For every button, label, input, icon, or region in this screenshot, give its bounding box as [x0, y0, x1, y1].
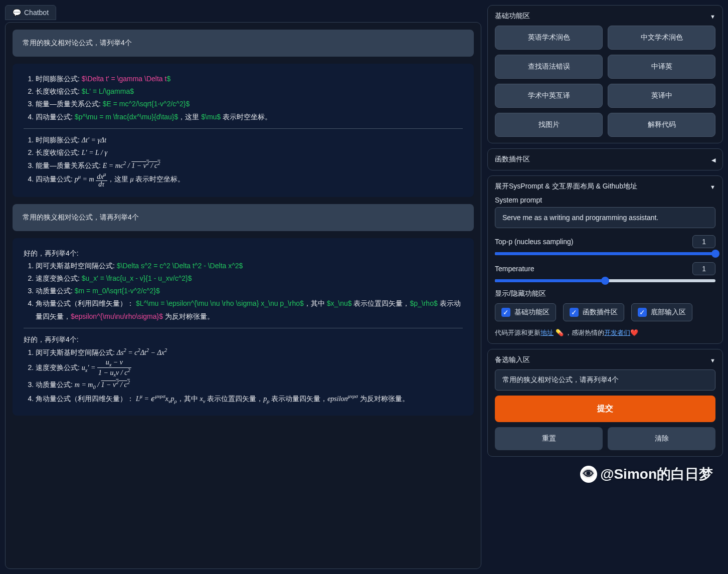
topp-value[interactable]: 1 — [692, 235, 715, 248]
list-item: 四动量公式: pμ = m dxμdτ，这里 μ 表示时空坐标。 — [36, 172, 463, 188]
alt-input-field[interactable] — [495, 369, 715, 391]
check-icon: ✓ — [501, 308, 510, 317]
list-item: 速度变换公式: $u_x' = \frac{u_x - v}{1 - u_xv/… — [36, 272, 463, 285]
user-text: 常用的狭义相对论公式，请列举4个 — [23, 39, 132, 47]
bot2-rendered-list: 闵可夫斯基时空间隔公式: Δs2 = c2Δt2 − Δx2速度变换公式: ux… — [36, 346, 463, 407]
basic-btn-3[interactable]: 中译英 — [608, 55, 715, 79]
bot1-raw-list: 时间膨胀公式: $\Delta t' = \gamma \Delta t$长度收… — [36, 73, 463, 123]
temp-label: Temperature — [495, 265, 534, 273]
user-message-2: 常用的狭义相对论公式，请再列举4个 — [13, 204, 474, 231]
chevron-down-icon — [710, 356, 715, 364]
basic-btn-6[interactable]: 找图片 — [495, 113, 603, 137]
tab-bar: 💬 Chatbot — [5, 5, 481, 20]
devs-link[interactable]: 开发者们 — [604, 329, 630, 336]
temp-value[interactable]: 1 — [692, 262, 715, 275]
basic-btn-4[interactable]: 学术中英互译 — [495, 84, 603, 108]
bot1-rendered-list: 时间膨胀公式: Δt′ = γΔt长度收缩公式: L′ = L / γ能量—质量… — [36, 134, 463, 188]
bot-message-2: 好的，再列举4个: 闵可夫斯基时空间隔公式: $\Delta s^2 = c^2… — [13, 238, 474, 416]
basic-header[interactable]: 基础功能区 — [495, 12, 715, 21]
list-item: 能量—质量关系公式: E = mc2 / 1 − v2 / c2 — [36, 159, 463, 172]
chat-panel: 常用的狭义相对论公式，请列举4个 时间膨胀公式: $\Delta t' = \g… — [5, 22, 481, 569]
hide-label: 显示/隐藏功能区 — [495, 289, 715, 298]
source-link[interactable]: 地址 — [540, 329, 554, 336]
system-prompt-input[interactable] — [495, 207, 715, 228]
chevron-left-icon — [711, 155, 715, 163]
tab-chatbot[interactable]: 💬 Chatbot — [5, 5, 56, 20]
topp-slider: Top-p (nucleus sampling) 1 — [495, 235, 715, 255]
check-icon: ✓ — [570, 308, 579, 317]
alt-header[interactable]: 备选输入区 — [495, 355, 715, 364]
basic-button-grid: 英语学术润色中文学术润色查找语法错误中译英学术中英互译英译中找图片解释代码 — [495, 26, 715, 137]
topp-label: Top-p (nucleus sampling) — [495, 238, 573, 246]
list-item: 角动量公式（利用四维矢量）： $L^\mu = \epsilon^{\mu \n… — [36, 297, 463, 322]
alt-input-panel: 备选输入区 提交 重置 清除 — [487, 349, 723, 457]
topp-track[interactable] — [495, 252, 715, 255]
basic-btn-0[interactable]: 英语学术润色 — [495, 26, 603, 50]
tab-label: Chatbot — [24, 9, 49, 17]
checkbox-1[interactable]: ✓函数插件区 — [563, 303, 624, 321]
temp-track[interactable] — [495, 279, 715, 282]
bot2-raw-list: 闵可夫斯基时空间隔公式: $\Delta s^2 = c^2 \Delta t^… — [36, 260, 463, 323]
expand-panel: 展开SysPrompt & 交互界面布局 & Github地址 System p… — [487, 175, 723, 344]
bot2-intro: 好的，再列举4个: — [24, 247, 463, 260]
bot-message-1: 时间膨胀公式: $\Delta t' = \gamma \Delta t$长度收… — [13, 64, 474, 197]
temp-slider: Temperature 1 — [495, 262, 715, 282]
list-item: 闵可夫斯基时空间隔公式: $\Delta s^2 = c^2 \Delta t^… — [36, 260, 463, 272]
chevron-down-icon — [710, 182, 715, 190]
submit-button[interactable]: 提交 — [495, 396, 715, 422]
checkbox-0[interactable]: ✓基础功能区 — [495, 303, 556, 321]
check-icon: ✓ — [638, 308, 647, 317]
reset-button[interactable]: 重置 — [495, 427, 603, 450]
clear-button[interactable]: 清除 — [608, 427, 715, 450]
basic-btn-2[interactable]: 查找语法错误 — [495, 55, 603, 79]
list-item: 角动量公式（利用四维矢量）： Lμ = ϵμνρσxνpρ，其中 xν 表示位置… — [36, 392, 463, 406]
chat-icon: 💬 — [13, 9, 21, 17]
list-item: 动质量公式: m = m0 / 1 − v2 / c2 — [36, 378, 463, 392]
checkbox-2[interactable]: ✓底部输入区 — [631, 303, 692, 321]
divider — [24, 328, 463, 328]
user-text: 常用的狭义相对论公式，请再列举4个 — [23, 213, 139, 221]
footer-text: 代码开源和更新地址 💊 ，感谢热情的开发者们❤️ — [495, 328, 715, 337]
list-item: 时间膨胀公式: Δt′ = γΔt — [36, 134, 463, 146]
list-item: 长度收缩公式: L′ = L / γ — [36, 146, 463, 159]
basic-btn-7[interactable]: 解释代码 — [608, 113, 715, 137]
sys-prompt-label: System prompt — [495, 196, 715, 204]
list-item: 能量—质量关系公式: $E = mc^2/\sqrt{1-v^2/c^2}$ — [36, 98, 463, 110]
user-message-1: 常用的狭义相对论公式，请列举4个 — [13, 30, 474, 57]
watermark: 👁 @Simon的白日梦 — [580, 465, 713, 484]
chevron-down-icon — [710, 12, 715, 20]
basic-title: 基础功能区 — [495, 12, 530, 21]
divider — [24, 128, 463, 129]
bot2-intro2: 好的，再列举4个: — [24, 333, 463, 346]
list-item: 速度变换公式: ux′ = ux − v1 − uxv / c2 — [36, 359, 463, 378]
basic-panel: 基础功能区 英语学术润色中文学术润色查找语法错误中译英学术中英互译英译中找图片解… — [487, 5, 723, 143]
basic-btn-1[interactable]: 中文学术润色 — [608, 26, 715, 50]
list-item: 动质量公式: $m = m_0/\sqrt{1-v^2/c^2}$ — [36, 285, 463, 297]
alt-title: 备选输入区 — [495, 355, 530, 364]
weibo-icon: 👁 — [580, 466, 597, 483]
list-item: 四动量公式: $p^\mu = m \frac{dx^\mu}{d\tau}$，… — [36, 111, 463, 123]
expand-title: 展开SysPrompt & 交互界面布局 & Github地址 — [495, 182, 637, 191]
checkbox-row: ✓基础功能区✓函数插件区✓底部输入区 — [495, 303, 715, 321]
expand-header[interactable]: 展开SysPrompt & 交互界面布局 & Github地址 — [495, 182, 715, 191]
plugin-title: 函数插件区 — [495, 155, 530, 164]
list-item: 闵可夫斯基时空间隔公式: Δs2 = c2Δt2 − Δx2 — [36, 346, 463, 359]
list-item: 长度收缩公式: $L' = L/\gamma$ — [36, 85, 463, 98]
list-item: 时间膨胀公式: $\Delta t' = \gamma \Delta t$ — [36, 73, 463, 85]
plugin-panel[interactable]: 函数插件区 — [487, 148, 723, 170]
basic-btn-5[interactable]: 英译中 — [608, 84, 715, 108]
